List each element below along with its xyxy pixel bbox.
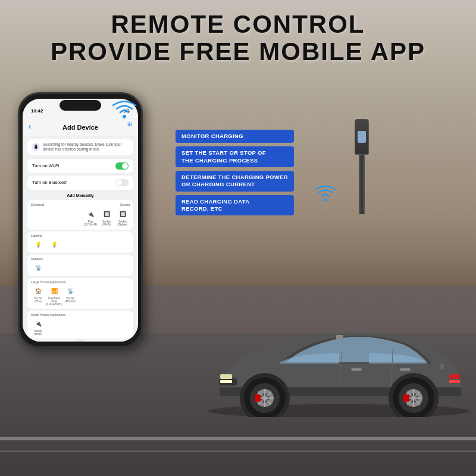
light-2[interactable]: 💡: [47, 239, 61, 250]
status-time: 10:42: [31, 108, 43, 114]
bluetooth-toggle[interactable]: [115, 179, 129, 186]
device-plug[interactable]: 🔌 Plug(6.2*6m-R): [83, 208, 98, 227]
device-socket1[interactable]: 🔲 Socket(Wi-Fi): [99, 208, 114, 227]
sensor-icon: 📡: [32, 262, 44, 274]
svg-rect-10: [220, 374, 232, 379]
badge-start-stop: SET THE START OR STOP OFTHE CHARGING PRO…: [176, 146, 294, 167]
socket-ble-label: Socket (BLE): [31, 297, 45, 303]
scene: REMOTE CONTROL PROVIDE FREE MOBILE APP 1…: [0, 0, 476, 476]
phone-content: 📱 Searching for nearby devices. Make sur…: [23, 136, 138, 342]
phone-screen: 10:42 5G ‹ Add Device ⊞ 📱 Searching for …: [23, 99, 138, 342]
dualband-icon: 📶: [48, 285, 60, 297]
badge-determine: DETERMINE THE CHARGING POWEROR CHARGING …: [176, 171, 294, 192]
search-hint: 📱 Searching for nearby devices. Make sur…: [27, 139, 133, 155]
svg-rect-32: [403, 394, 409, 402]
charger-pole: [359, 155, 365, 214]
plug-icon: 🔌: [84, 208, 96, 220]
bluetooth-label: Turn on Bluetooth: [32, 180, 67, 185]
socket-label-2: Socket(Zigbee): [118, 220, 128, 227]
bluetooth-toggle-row[interactable]: Turn on Bluetooth: [27, 176, 133, 190]
hint-text: Searching for nearby devices. Make sure …: [43, 142, 129, 152]
light-1[interactable]: 💡: [31, 239, 45, 250]
wifi-toggle-row[interactable]: Turn on Wi-Fi: [27, 159, 133, 173]
small-1[interactable]: 🔌 Socket (other): [31, 318, 45, 336]
sensor-1[interactable]: 📡: [31, 262, 45, 274]
small-appliances-label: Small Home Appliances: [31, 313, 130, 317]
wifi-label: Turn on Wi-Fi: [32, 163, 59, 168]
nb-iot-icon: 📡: [64, 285, 76, 297]
badge-read: READ CHARGING DATARECORD, ETC: [176, 195, 294, 216]
svg-rect-34: [440, 364, 444, 369]
svg-rect-9: [449, 380, 460, 383]
header: REMOTE CONTROL PROVIDE FREE MOBILE APP: [0, 11, 476, 65]
phone-notch: [60, 100, 101, 111]
road-line: [0, 437, 476, 440]
light-icon: 💡: [32, 239, 44, 250]
toggle-circle: [122, 163, 128, 169]
hint-icon: 📱: [32, 143, 40, 151]
large-2[interactable]: 📶 DualBand Plug (2.4G&5GHz): [47, 285, 61, 306]
phone-mockup: 10:42 5G ‹ Add Device ⊞ 📱 Searching for …: [18, 92, 143, 348]
plug-label: Plug(6.2*6m-R): [84, 220, 97, 227]
svg-rect-31: [255, 394, 261, 402]
svg-rect-5: [351, 368, 362, 371]
svg-point-0: [123, 115, 126, 118]
dualband-label: DualBand Plug (2.4G&5GHz): [46, 297, 62, 306]
badge-monitor: MONITOR CHARGING: [176, 130, 294, 143]
sensors-label: Sensors: [31, 257, 130, 261]
road-line-2: [0, 450, 476, 452]
svg-rect-33: [336, 335, 343, 340]
socket-other-label: Socket (other): [31, 330, 45, 336]
socket-label: Socket: [120, 203, 130, 206]
wifi-icon-left: [112, 98, 137, 124]
small-icon: 🔌: [32, 318, 44, 330]
tesla-car: [184, 286, 476, 419]
socket-icon-2: 🔲: [117, 208, 129, 220]
charger-head: [355, 119, 369, 155]
kitchen-label: Kitchen Appliances: [27, 340, 80, 342]
svg-point-1: [324, 199, 327, 202]
charger-screen: [358, 131, 366, 143]
feature-badges: MONITOR CHARGING SET THE START OR STOP O…: [176, 130, 294, 215]
toggle-circle-bt: [116, 180, 122, 186]
light-icon-2: 💡: [48, 239, 60, 250]
lighting-label: Lighting: [31, 234, 130, 237]
large-3[interactable]: 📡 Socket (NB-IoT): [63, 285, 77, 306]
back-button[interactable]: ‹: [29, 121, 32, 131]
header-line2: PROVIDE FREE MOBILE APP: [0, 38, 476, 65]
large-appliances-label: Large Home Appliances: [31, 280, 130, 284]
wifi-toggle[interactable]: [115, 162, 129, 170]
device-socket2[interactable]: 🔲 Socket(Zigbee): [115, 208, 130, 227]
socket-icon-1: 🔲: [101, 208, 112, 220]
header-line1: REMOTE CONTROL: [0, 11, 476, 38]
nb-iot-label: Socket (NB-IoT): [63, 297, 77, 303]
large-icon: 🏠: [32, 285, 44, 297]
app-title: Add Device: [62, 124, 98, 131]
add-manually-title: Add Manually: [27, 193, 133, 198]
svg-rect-11: [220, 380, 232, 383]
exercise-label: Exercise & Health: [82, 340, 134, 342]
wifi-icon-right: [315, 184, 336, 207]
electrical-label: Electrical: [31, 203, 44, 206]
socket-label-1: Socket(Wi-Fi): [102, 220, 111, 227]
ev-charger: [353, 119, 370, 214]
svg-rect-6: [400, 368, 411, 371]
svg-rect-8: [449, 374, 460, 379]
large-1[interactable]: 🏠 Socket (BLE): [31, 285, 45, 306]
